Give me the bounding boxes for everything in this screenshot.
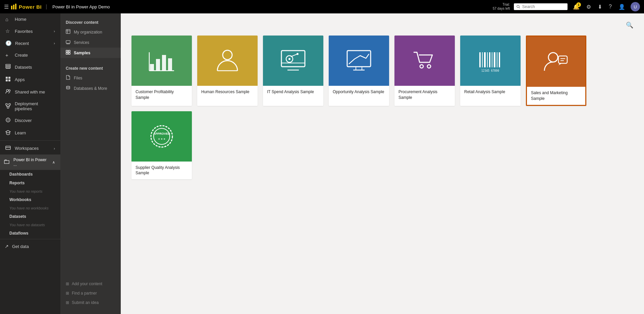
services-icon (66, 40, 71, 45)
svg-point-12 (6, 89, 8, 91)
svg-rect-11 (8, 79, 10, 81)
svg-rect-64 (479, 52, 481, 67)
svg-rect-5 (6, 64, 10, 66)
content-search-icon[interactable]: 🔍 (626, 21, 633, 29)
sample-card-label-supplier-quality: Supplier Quality Analysis Sample (131, 162, 192, 180)
svg-rect-44 (168, 58, 172, 71)
sidebar-item-powerbi-workspace[interactable]: Power BI in Power ... ∧ (0, 154, 60, 170)
svg-point-47 (223, 50, 232, 60)
sample-card-image-human-resources (197, 36, 258, 86)
svg-rect-14 (6, 104, 7, 105)
chevron-right-icon-recent: › (54, 41, 55, 45)
svg-rect-42 (156, 59, 160, 71)
topbar-trial: Trial: 57 days left (493, 3, 510, 11)
sample-card-image-opportunity-analysis (329, 36, 389, 86)
topbar-logo-text: Power BI (19, 4, 42, 10)
bar-chart-svg (147, 46, 177, 76)
add-content-item[interactable]: ⊞ Add your content (60, 279, 121, 289)
user-avatar[interactable]: U (631, 2, 640, 11)
sidebar-item-apps[interactable]: Apps (0, 73, 60, 86)
svg-rect-29 (66, 29, 70, 34)
sidebar-item-discover[interactable]: Discover (0, 114, 60, 127)
svg-rect-68 (489, 52, 490, 67)
find-partner-label: Find a partner (72, 291, 97, 296)
sidebar-label-datasets: Datasets (15, 65, 32, 70)
svg-point-78 (151, 126, 172, 147)
datasets-workspace-section[interactable]: Datasets (0, 212, 60, 221)
sidebar-label-create: Create (15, 53, 28, 58)
sidebar-item-learn[interactable]: Learn (0, 127, 60, 139)
download-icon[interactable]: ⬇ (596, 2, 603, 11)
sidebar-item-create[interactable]: + Create (0, 49, 60, 61)
svg-point-52 (288, 58, 290, 60)
sample-card-human-resources[interactable]: Human Resources Sample (197, 36, 258, 106)
sample-card-procurement-analysis[interactable]: Procurement Analysis Sample (394, 36, 455, 106)
hamburger-icon[interactable]: ☰ (4, 4, 9, 10)
dashboards-section[interactable]: Dashboards (0, 170, 60, 179)
shared-icon (5, 89, 11, 95)
submit-idea-item[interactable]: ⊞ Submit an idea (60, 298, 121, 307)
workspaces-chevron-icon: › (54, 146, 55, 150)
sample-card-image-sales-marketing (527, 37, 585, 87)
submit-idea-label: Submit an idea (72, 300, 99, 305)
sample-card-customer-profitability[interactable]: Customer Profitability Sample (131, 36, 192, 106)
svg-rect-8 (6, 77, 8, 79)
sidebar-item-workspaces[interactable]: Workspaces › (0, 142, 60, 154)
discover-icon (5, 117, 11, 124)
home-icon: ⌂ (5, 16, 11, 22)
svg-point-22 (8, 120, 8, 120)
discover-item-databases[interactable]: Databases & More (60, 83, 121, 93)
svg-line-4 (519, 7, 520, 8)
settings-icon[interactable]: ⚙ (585, 2, 592, 11)
discover-item-files[interactable]: Files (60, 73, 121, 83)
my-org-icon (66, 29, 71, 35)
discover-content-title: Discover content (60, 17, 121, 27)
find-partner-item[interactable]: ⊞ Find a partner (60, 289, 121, 298)
notification-button[interactable]: 🔔 1 (572, 2, 581, 11)
workspace-folder-icon (4, 159, 10, 166)
sidebar-label-home: Home (15, 17, 26, 22)
search-input[interactable] (522, 4, 565, 9)
discover-item-samples[interactable]: Samples (60, 48, 121, 58)
chevron-right-icon: › (54, 29, 55, 33)
account-icon[interactable]: 👤 (617, 2, 627, 11)
sample-card-it-spend[interactable]: IT Spend Analysis Sample (263, 36, 323, 106)
help-icon[interactable]: ? (607, 2, 613, 11)
dataflows-section[interactable]: Dataflows (0, 229, 60, 238)
sample-card-sales-marketing[interactable]: Sales and Marketing Sample (526, 36, 586, 106)
sidebar-item-shared[interactable]: Shared with me (0, 86, 60, 98)
sidebar-item-home[interactable]: ⌂ Home (0, 13, 60, 25)
sidebar-item-deployment[interactable]: Deployment pipelines (0, 98, 60, 114)
sidebar-item-getdata[interactable]: ↗ Get data (0, 241, 60, 252)
sidebar-item-datasets[interactable]: Datasets (0, 61, 60, 73)
workspace-chevron-icon: ∧ (52, 160, 55, 165)
topbar-separator: | (46, 4, 47, 10)
svg-rect-69 (492, 52, 492, 67)
apps-icon (5, 76, 11, 83)
workbooks-section[interactable]: Workbooks (0, 195, 60, 204)
sidebar-label-favorites: Favorites (15, 29, 33, 34)
reports-section[interactable]: Reports (0, 179, 60, 187)
discover-item-services[interactable]: Services (60, 37, 121, 48)
discover-item-my-org[interactable]: My organization (60, 27, 121, 37)
svg-rect-9 (8, 77, 10, 79)
sample-card-retail-analysis[interactable]: 12345 67890 Retail Analysis Sample (460, 36, 521, 106)
workspace-name: Power BI in Power ... (13, 158, 49, 167)
sample-card-opportunity-analysis[interactable]: Opportunity Analysis Sample (329, 36, 389, 106)
sample-card-label-human-resources: Human Resources Sample (197, 86, 258, 98)
sample-card-supplier-quality[interactable]: APPROVED ★ ★ ★ Supplier Quality Analysis… (131, 111, 192, 180)
svg-rect-32 (66, 41, 70, 43)
sidebar-label-learn: Learn (15, 130, 26, 135)
svg-rect-37 (68, 50, 70, 52)
no-datasets-label: You have no datasets (0, 221, 60, 229)
topbar-search-box[interactable] (514, 3, 568, 10)
svg-point-63 (427, 65, 431, 68)
no-reports-label: You have no reports (0, 187, 60, 195)
sidebar-item-favorites[interactable]: ☆ Favorites › (0, 25, 60, 37)
sidebar-item-recent[interactable]: 🕐 Recent › (0, 37, 60, 49)
sample-card-label-opportunity-analysis: Opportunity Analysis Sample (329, 86, 389, 98)
topbar-logo: ☰ Power BI (4, 4, 42, 10)
add-content-icon: ⊞ (66, 281, 69, 286)
sidebar-label-recent: Recent (15, 41, 29, 46)
line-chart-svg (344, 46, 374, 76)
